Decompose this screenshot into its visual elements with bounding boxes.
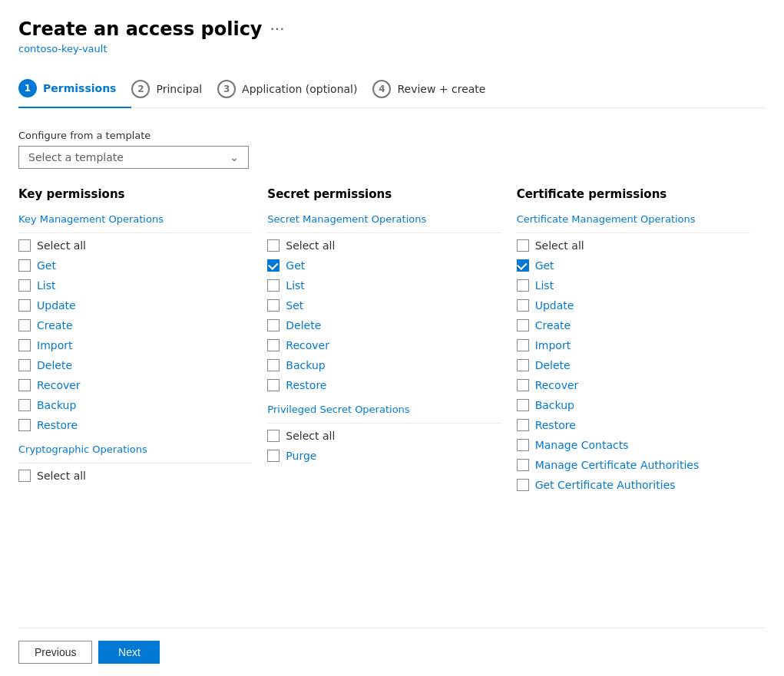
checkbox-item-cm-list[interactable]: List bbox=[517, 279, 750, 292]
wizard-steps: 1Permissions2Principal3Application (opti… bbox=[18, 70, 766, 108]
checkbox-item-sm-restore[interactable]: Restore bbox=[267, 379, 501, 391]
checkbox-sm-restore[interactable] bbox=[267, 379, 280, 391]
checkbox-cm-create[interactable] bbox=[517, 319, 529, 331]
checkbox-cm-manage-ca[interactable] bbox=[517, 459, 529, 471]
checkbox-km-select-all[interactable] bbox=[18, 239, 31, 252]
checkbox-km-recover[interactable] bbox=[18, 379, 31, 391]
wizard-step-application-optional[interactable]: 3Application (optional) bbox=[217, 71, 372, 107]
checkbox-label-sm-recover: Recover bbox=[286, 339, 329, 351]
checkbox-item-cm-create[interactable]: Create bbox=[517, 319, 750, 331]
step-label: Review + create bbox=[397, 83, 485, 95]
checkbox-item-km-list[interactable]: List bbox=[18, 279, 252, 292]
checkbox-km-import[interactable] bbox=[18, 339, 31, 351]
checkbox-item-ps-select-all[interactable]: Select all bbox=[267, 430, 501, 442]
checkbox-label-km-update: Update bbox=[37, 299, 76, 312]
checkbox-item-km-update[interactable]: Update bbox=[18, 299, 252, 312]
checkbox-ps-purge[interactable] bbox=[267, 450, 280, 462]
checkbox-cm-update[interactable] bbox=[517, 299, 529, 312]
checkbox-label-km-create: Create bbox=[37, 319, 73, 331]
more-options-icon[interactable]: ··· bbox=[270, 20, 285, 38]
checkbox-item-cm-get[interactable]: Get bbox=[517, 259, 750, 272]
checkbox-cm-manage-contacts[interactable] bbox=[517, 439, 529, 451]
checkbox-label-km-list: List bbox=[37, 279, 55, 292]
checkbox-km-backup[interactable] bbox=[18, 399, 31, 411]
checkbox-cm-backup[interactable] bbox=[517, 399, 529, 411]
checkbox-km-list[interactable] bbox=[18, 279, 31, 292]
checkbox-item-sm-backup[interactable]: Backup bbox=[267, 359, 501, 371]
checkbox-item-sm-list[interactable]: List bbox=[267, 279, 501, 292]
wizard-step-principal[interactable]: 2Principal bbox=[131, 71, 217, 107]
section-group: Secret Management OperationsSelect allGe… bbox=[267, 213, 501, 391]
section-divider bbox=[267, 423, 501, 424]
column-header: Secret permissions bbox=[267, 187, 501, 201]
vault-link[interactable]: contoso-key-vault bbox=[18, 43, 766, 54]
checkbox-item-sm-delete[interactable]: Delete bbox=[267, 319, 501, 331]
checkbox-cm-recover[interactable] bbox=[517, 379, 529, 391]
permissions-container: Key permissionsKey Management Operations… bbox=[18, 187, 766, 622]
checkbox-label-cm-backup: Backup bbox=[535, 399, 574, 411]
checkbox-item-cm-update[interactable]: Update bbox=[517, 299, 750, 312]
checkbox-item-km-restore[interactable]: Restore bbox=[18, 419, 252, 431]
checkbox-item-cm-manage-ca[interactable]: Manage Certificate Authorities bbox=[517, 459, 750, 471]
step-number: 3 bbox=[217, 80, 236, 98]
checkbox-item-cm-backup[interactable]: Backup bbox=[517, 399, 750, 411]
checkbox-item-sm-get[interactable]: Get bbox=[267, 259, 501, 272]
checkbox-item-km-recover[interactable]: Recover bbox=[18, 379, 252, 391]
checkbox-label-sm-restore: Restore bbox=[286, 379, 326, 391]
checkbox-label-cm-update: Update bbox=[535, 299, 574, 312]
checkbox-cm-select-all[interactable] bbox=[517, 239, 529, 252]
template-section: Configure from a template Select a templ… bbox=[18, 130, 766, 169]
template-placeholder: Select a template bbox=[28, 151, 124, 163]
checkbox-cm-get[interactable] bbox=[517, 259, 529, 272]
checkbox-km-delete[interactable] bbox=[18, 359, 31, 371]
checkbox-item-cm-recover[interactable]: Recover bbox=[517, 379, 750, 391]
checkbox-item-sm-recover[interactable]: Recover bbox=[267, 339, 501, 351]
checkbox-cm-restore[interactable] bbox=[517, 419, 529, 431]
checkbox-item-sm-select-all[interactable]: Select all bbox=[267, 239, 501, 252]
checkbox-km-restore[interactable] bbox=[18, 419, 31, 431]
checkbox-sm-recover[interactable] bbox=[267, 339, 280, 351]
checkbox-km-create[interactable] bbox=[18, 319, 31, 331]
wizard-step-permissions[interactable]: 1Permissions bbox=[18, 70, 131, 108]
checkbox-item-km-import[interactable]: Import bbox=[18, 339, 252, 351]
checkbox-label-sm-set: Set bbox=[286, 299, 303, 312]
checkbox-sm-set[interactable] bbox=[267, 299, 280, 312]
page-title: Create an access policy bbox=[18, 18, 263, 40]
checkbox-cm-delete[interactable] bbox=[517, 359, 529, 371]
checkbox-cm-get-ca[interactable] bbox=[517, 479, 529, 491]
checkbox-sm-backup[interactable] bbox=[267, 359, 280, 371]
template-dropdown[interactable]: Select a template ⌄ bbox=[18, 146, 249, 169]
checkbox-cm-list[interactable] bbox=[517, 279, 529, 292]
next-button[interactable]: Next bbox=[98, 641, 160, 664]
checkbox-sm-get[interactable] bbox=[267, 259, 280, 272]
checkbox-item-cr-select-all[interactable]: Select all bbox=[18, 470, 252, 482]
checkbox-item-ps-purge[interactable]: Purge bbox=[267, 450, 501, 462]
previous-button[interactable]: Previous bbox=[18, 641, 92, 664]
checkbox-cr-select-all[interactable] bbox=[18, 470, 31, 482]
checkbox-item-km-delete[interactable]: Delete bbox=[18, 359, 252, 371]
checkbox-item-cm-import[interactable]: Import bbox=[517, 339, 750, 351]
checkbox-km-get[interactable] bbox=[18, 259, 31, 272]
checkbox-label-cm-select-all: Select all bbox=[535, 239, 584, 252]
template-label: Configure from a template bbox=[18, 130, 766, 141]
checkbox-label-km-delete: Delete bbox=[37, 359, 72, 371]
checkbox-item-cm-delete[interactable]: Delete bbox=[517, 359, 750, 371]
checkbox-item-km-backup[interactable]: Backup bbox=[18, 399, 252, 411]
checkbox-label-cm-list: List bbox=[535, 279, 554, 292]
checkbox-item-km-create[interactable]: Create bbox=[18, 319, 252, 331]
checkbox-sm-select-all[interactable] bbox=[267, 239, 280, 252]
checkbox-km-update[interactable] bbox=[18, 299, 31, 312]
checkbox-sm-delete[interactable] bbox=[267, 319, 280, 331]
checkbox-item-sm-set[interactable]: Set bbox=[267, 299, 501, 312]
checkbox-item-cm-get-ca[interactable]: Get Certificate Authorities bbox=[517, 479, 750, 491]
checkbox-cm-import[interactable] bbox=[517, 339, 529, 351]
checkbox-sm-list[interactable] bbox=[267, 279, 280, 292]
checkbox-ps-select-all[interactable] bbox=[267, 430, 280, 442]
wizard-step-review--create[interactable]: 4Review + create bbox=[372, 71, 501, 107]
checkbox-label-km-recover: Recover bbox=[37, 379, 81, 391]
checkbox-item-cm-select-all[interactable]: Select all bbox=[517, 239, 750, 252]
checkbox-item-cm-restore[interactable]: Restore bbox=[517, 419, 750, 431]
checkbox-item-km-get[interactable]: Get bbox=[18, 259, 252, 272]
checkbox-item-km-select-all[interactable]: Select all bbox=[18, 239, 252, 252]
checkbox-item-cm-manage-contacts[interactable]: Manage Contacts bbox=[517, 439, 750, 451]
